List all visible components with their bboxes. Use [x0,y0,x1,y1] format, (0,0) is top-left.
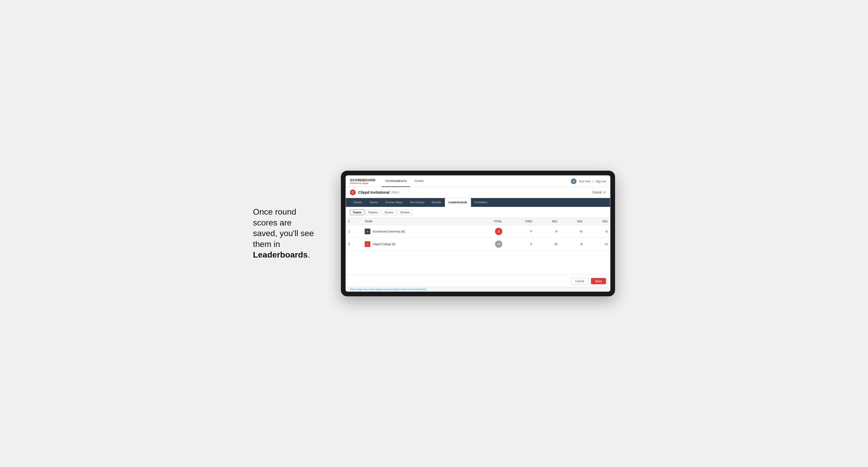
tab-teams[interactable]: Teams [366,198,381,207]
rd2-2: -8 [560,238,585,251]
nav-separator: | [593,180,594,183]
nav-teams[interactable]: TEAMS [411,176,427,187]
nav-links: TOURNAMENTS TEAMS [382,176,427,187]
tab-tee-groups[interactable]: Tee Groups [406,198,428,207]
tournament-category: (Men) [391,191,399,194]
rd1-1: -4 [535,225,560,238]
rd1-2: +8 [535,238,560,251]
table-header: # TEAM TOTAL THRU RD1 RD2 RD3 [346,218,610,225]
team-info-2: C Clippd College [A] [365,241,469,247]
filter-strokes-button[interactable]: Strokes [397,210,412,215]
tab-printables[interactable]: Printables [471,198,491,207]
user-name: Test User [579,180,590,183]
nav-right: S Test User | Sign out [571,179,606,184]
col-team: TEAM [362,218,472,225]
tab-bar: Details Teams Course Setup Tee Groups Re… [346,198,610,207]
team-cell-2: C Clippd College [A] [362,238,472,251]
score-badge-2: +3 [495,241,502,248]
page-wrapper: Once round scores are saved, you'll see … [253,171,615,296]
filter-teams-button[interactable]: Teams [350,210,365,215]
team-cell-1: S Scoreboard University [A] [362,225,472,238]
rd3-1: -6 [585,225,610,238]
table-body: 1 S Scoreboard University [A] -5 F [346,225,610,251]
side-line5-bold: Leaderboards [253,250,308,259]
tablet-container: SCOREBOARD Powered by clippd TOURNAMENTS… [341,171,615,296]
brand-title: SCOREBOARD [350,178,376,182]
tab-details[interactable]: Details [350,198,366,207]
side-line1: Once round [253,207,296,216]
table-row: 2 C Clippd College [A] +3 F [346,238,610,251]
content-area: # TEAM TOTAL THRU RD1 RD2 RD3 1 [346,218,610,275]
rd3-2: +3 [585,238,610,251]
tab-results[interactable]: Results [428,198,445,207]
total-cell-2: +3 [472,238,505,251]
team-logo-1: S [365,228,370,234]
tablet-screen: SCOREBOARD Powered by clippd TOURNAMENTS… [345,175,610,292]
col-rd3: RD3 [585,218,610,225]
avatar: S [571,179,577,184]
rank-1: 1 [346,225,362,238]
filter-scores-button[interactable]: Scores [382,210,396,215]
sign-out-link[interactable]: Sign out [596,180,606,183]
col-thru: THRU [505,218,535,225]
status-bar: https://stage-blue-coach.stagescoreboard… [346,287,610,291]
thru-1: F [505,225,535,238]
team-name-1: Scoreboard University [A] [372,230,405,233]
leaderboard-table: # TEAM TOTAL THRU RD1 RD2 RD3 1 [346,218,610,251]
col-rd2: RD2 [560,218,585,225]
tournament-icon: C [350,190,355,195]
tournament-header: C Clippd Invitational (Men) Cancel ✕ [346,187,610,198]
team-info-1: S Scoreboard University [A] [365,228,469,234]
brand-sub: Powered by clippd [350,182,376,184]
tab-course-setup[interactable]: Course Setup [381,198,406,207]
bottom-bar: Cancel Save [346,275,610,287]
side-text: Once round scores are saved, you'll see … [253,207,326,260]
col-rank: # [346,218,362,225]
nav-tournaments[interactable]: TOURNAMENTS [382,176,410,187]
cancel-x-icon: ✕ [603,190,606,194]
filter-bar: Teams Players Scores Strokes [346,207,610,218]
col-rd1: RD1 [535,218,560,225]
total-cell-1: -5 [472,225,505,238]
tab-leaderboards[interactable]: Leaderboards [445,198,471,207]
filter-players-button[interactable]: Players [366,210,381,215]
rd2-1: +5 [560,225,585,238]
top-nav: SCOREBOARD Powered by clippd TOURNAMENTS… [346,176,610,187]
side-period: . [308,250,310,259]
tournament-name: Clippd Invitational [358,190,390,194]
save-button[interactable]: Save [591,278,606,284]
cancel-button[interactable]: Cancel [571,278,588,284]
team-name-2: Clippd College [A] [372,243,395,246]
col-total: TOTAL [472,218,505,225]
side-line2: scores are [253,218,291,227]
rank-2: 2 [346,238,362,251]
team-logo-2: C [365,241,370,247]
header-cancel-button[interactable]: Cancel ✕ [592,190,606,194]
thru-2: F [505,238,535,251]
side-line4: them in [253,240,280,249]
table-row: 1 S Scoreboard University [A] -5 F [346,225,610,238]
status-url: https://stage-blue-coach.stagescoreboard… [350,288,427,291]
side-line3: saved, you'll see [253,228,314,238]
score-badge-1: -5 [495,228,502,235]
brand: SCOREBOARD Powered by clippd [350,178,376,184]
